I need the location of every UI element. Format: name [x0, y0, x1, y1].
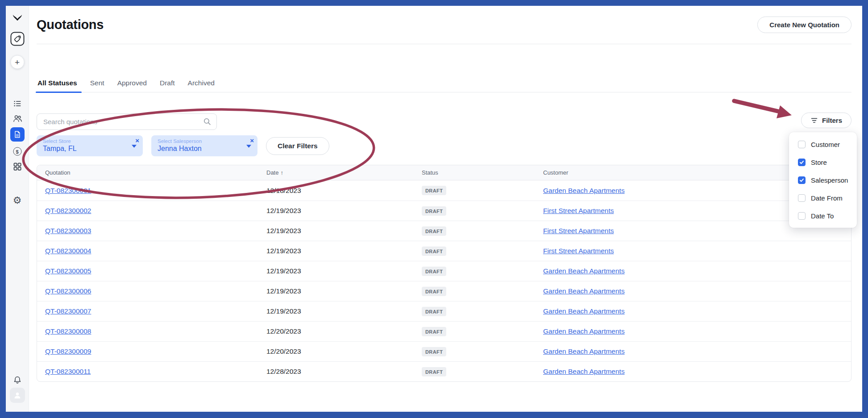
- filters-dropdown-panel: Customer Store Salesperson Date From Dat…: [789, 132, 857, 228]
- customers-icon[interactable]: [12, 114, 22, 123]
- filter-chip[interactable]: Select Salesperson Jenna Haxton: [151, 135, 257, 156]
- filter-option[interactable]: Date To: [789, 207, 857, 225]
- chip-label: Select Store: [43, 138, 137, 144]
- status-badge: DRAFT: [422, 327, 446, 336]
- filters-button[interactable]: Filters: [801, 113, 851, 128]
- table-row: QT-082300011 12/28/2023 DRAFT Garden Bea…: [37, 361, 851, 381]
- filter-chip[interactable]: Select Store Tampa, FL: [37, 135, 143, 156]
- customer-link[interactable]: First Street Apartments: [543, 227, 614, 234]
- customer-link[interactable]: Garden Beach Apartments: [543, 287, 625, 295]
- add-button[interactable]: [10, 55, 24, 69]
- quotation-link[interactable]: QT-082300002: [45, 207, 91, 214]
- notifications-bell-icon[interactable]: [12, 376, 22, 385]
- filter-option[interactable]: Customer: [789, 135, 857, 153]
- date-cell: 12/20/2023: [258, 341, 414, 361]
- quotation-link[interactable]: QT-082300011: [45, 368, 91, 375]
- filter-option-label: Store: [811, 159, 827, 166]
- checkbox[interactable]: [798, 176, 806, 184]
- settings-gear-icon[interactable]: [13, 196, 22, 205]
- app-surface: Quotations Create New Quotation All Stat…: [6, 6, 862, 412]
- filter-lines-icon: [810, 117, 818, 124]
- quotation-link[interactable]: QT-082300008: [45, 327, 91, 335]
- filter-option-label: Date From: [811, 194, 843, 202]
- quotation-link[interactable]: QT-082300005: [45, 267, 91, 275]
- column-header[interactable]: Status: [414, 165, 535, 180]
- table-row: QT-082300008 12/20/2023 DRAFT Garden Bea…: [37, 321, 851, 341]
- status-tab[interactable]: Sent: [89, 78, 105, 92]
- quotation-link[interactable]: QT-082300006: [45, 287, 91, 295]
- clear-filters-button[interactable]: Clear Filters: [266, 137, 329, 155]
- active-filter-chips: Select Store Tampa, FL Select Salesperso…: [37, 135, 851, 156]
- status-badge: DRAFT: [422, 206, 446, 216]
- customer-link[interactable]: Garden Beach Apartments: [543, 267, 625, 275]
- checkbox[interactable]: [798, 141, 806, 148]
- user-avatar[interactable]: [10, 388, 25, 403]
- sidebar: [6, 6, 29, 412]
- status-tabs: All Statuses Sent Approved Draft Archive…: [37, 44, 851, 92]
- date-cell: 12/19/2023: [258, 221, 414, 241]
- search-wrap: [37, 113, 217, 130]
- status-tab[interactable]: All Statuses: [37, 78, 78, 92]
- status-tab[interactable]: Archived: [187, 78, 216, 92]
- column-header[interactable]: Quotation: [37, 165, 258, 180]
- customer-link[interactable]: Garden Beach Apartments: [543, 347, 625, 355]
- page-header: Quotations Create New Quotation: [37, 6, 851, 44]
- chip-value: Tampa, FL: [43, 145, 137, 153]
- filter-option[interactable]: Store: [789, 153, 857, 171]
- company-logo-icon[interactable]: [11, 14, 23, 25]
- status-badge: DRAFT: [422, 347, 446, 356]
- chevron-down-icon: [132, 145, 137, 148]
- main-content: Quotations Create New Quotation All Stat…: [29, 6, 862, 412]
- date-cell: 12/18/2023: [258, 180, 414, 201]
- customer-link[interactable]: Garden Beach Apartments: [543, 368, 625, 375]
- quotations-icon-active[interactable]: [10, 127, 25, 142]
- customer-link[interactable]: Garden Beach Apartments: [543, 327, 625, 335]
- page-title: Quotations: [37, 17, 104, 32]
- create-new-quotation-button[interactable]: Create New Quotation: [757, 17, 851, 33]
- chip-remove-icon[interactable]: [134, 136, 140, 145]
- list-icon[interactable]: [12, 99, 22, 109]
- customer-link[interactable]: First Street Apartments: [543, 247, 614, 255]
- filters-button-label: Filters: [822, 117, 842, 124]
- customer-link[interactable]: First Street Apartments: [543, 207, 614, 214]
- status-tab[interactable]: Approved: [116, 78, 148, 92]
- filter-option-label: Customer: [811, 141, 840, 148]
- date-cell: 12/19/2023: [258, 241, 414, 261]
- app-window: Quotations Create New Quotation All Stat…: [0, 0, 868, 418]
- quotation-link[interactable]: QT-082300009: [45, 347, 91, 355]
- quotation-link[interactable]: QT-082300001: [45, 187, 91, 194]
- checkbox[interactable]: [798, 194, 806, 202]
- status-badge: DRAFT: [422, 367, 446, 376]
- quotation-link[interactable]: QT-082300003: [45, 227, 91, 234]
- customer-link[interactable]: Garden Beach Apartments: [543, 187, 625, 194]
- apps-grid-icon[interactable]: [12, 162, 22, 171]
- status-badge: DRAFT: [422, 226, 446, 236]
- filter-option[interactable]: Salesperson: [789, 171, 857, 189]
- status-badge: DRAFT: [422, 186, 446, 195]
- table-row: QT-082300006 12/19/2023 DRAFT Garden Bea…: [37, 281, 851, 301]
- column-header[interactable]: Date↑: [258, 165, 414, 180]
- status-badge: DRAFT: [422, 247, 446, 256]
- filter-option[interactable]: Date From: [789, 189, 857, 207]
- status-tab[interactable]: Draft: [159, 78, 176, 92]
- filter-option-label: Salesperson: [811, 176, 848, 184]
- search-quotations-input[interactable]: [37, 113, 217, 130]
- billing-icon[interactable]: [13, 147, 21, 156]
- tags-app-icon[interactable]: [10, 32, 24, 46]
- checkbox[interactable]: [798, 212, 806, 220]
- checkbox[interactable]: [798, 159, 806, 166]
- table-row: QT-082300003 12/19/2023 DRAFT First Stre…: [37, 221, 851, 241]
- chip-remove-icon[interactable]: [249, 136, 255, 145]
- quotation-link[interactable]: QT-082300007: [45, 307, 91, 315]
- table-row: QT-082300002 12/19/2023 DRAFT First Stre…: [37, 201, 851, 221]
- date-cell: 12/28/2023: [258, 361, 414, 381]
- checkmark-icon: [799, 178, 804, 183]
- checkmark-icon: [799, 160, 804, 165]
- customer-link[interactable]: Garden Beach Apartments: [543, 307, 625, 315]
- date-cell: 12/19/2023: [258, 301, 414, 321]
- chip-value: Jenna Haxton: [158, 145, 251, 153]
- filter-option-label: Date To: [811, 212, 834, 220]
- status-badge: DRAFT: [422, 287, 446, 296]
- quotation-link[interactable]: QT-082300004: [45, 247, 91, 255]
- quotations-table: Quotation Date↑ Status Customer QT-08230…: [37, 165, 851, 382]
